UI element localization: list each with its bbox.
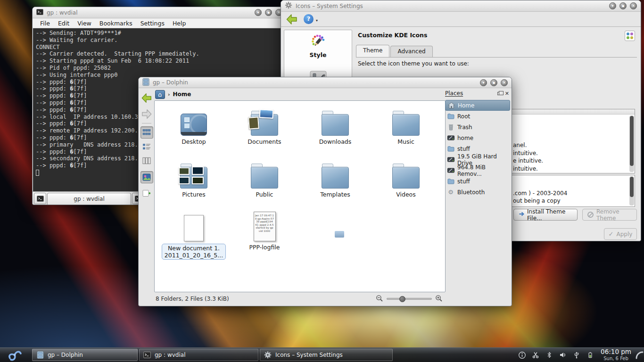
zoom-slider-thumb[interactable]	[399, 296, 405, 302]
close-panel-icon[interactable]: ✕	[505, 90, 509, 97]
places-item-trash[interactable]: Trash	[445, 122, 510, 132]
description-scrollbar[interactable]	[629, 176, 634, 206]
file-item-new-document-1[interactable]: New document 1.2011_01_20_16_5...	[158, 209, 229, 266]
settings-titlebar[interactable]: Icons – System Settings ▾ ▪ ✕	[281, 0, 641, 12]
install-theme-button[interactable]: Install Theme File...	[513, 209, 578, 221]
install-theme-label: Install Theme File...	[527, 208, 572, 222]
tab-divider	[356, 57, 637, 58]
zoom-slider[interactable]	[387, 298, 432, 300]
new-tab-button[interactable]	[34, 193, 46, 204]
back-arrow-icon[interactable]	[285, 13, 299, 25]
places-item-root[interactable]: Root	[445, 111, 510, 122]
help-icon[interactable]: ?	[304, 14, 314, 24]
klipper-icon[interactable]	[531, 351, 540, 359]
dolphin-minimize-button[interactable]: ▾	[480, 79, 487, 86]
terminal-menu-file[interactable]: File	[40, 20, 50, 27]
icons-view-button[interactable]	[140, 126, 153, 139]
settings-close-button[interactable]: ✕	[630, 2, 637, 9]
clock-widget[interactable]: 06:10 pm Sun, 6 Feb	[601, 348, 631, 361]
detach-panel-icon[interactable]	[497, 92, 501, 95]
apply-button[interactable]: ✓ Apply	[604, 228, 637, 240]
usb-icon[interactable]	[572, 351, 581, 359]
sidebar-item-label: Style	[284, 51, 352, 58]
folder-item-downloads[interactable]: Downloads	[300, 104, 371, 156]
folder-item-public[interactable]: Public	[229, 156, 300, 209]
columns-view-button[interactable]	[140, 155, 153, 167]
folder-item-desktop[interactable]: Desktop	[158, 104, 229, 156]
zoom-in-icon[interactable]	[435, 295, 443, 304]
bluetooth-icon[interactable]	[545, 351, 553, 359]
terminal-menu-view[interactable]: View	[77, 20, 91, 27]
preview-toggle-button[interactable]	[140, 171, 153, 183]
split-view-button[interactable]	[140, 187, 153, 199]
terminal-line: --> Waiting for carrier.	[36, 37, 283, 44]
taskbar-task-gp-wvdial[interactable]: gp : wvdial	[139, 349, 258, 361]
folder-item-music[interactable]: Music	[371, 104, 441, 156]
zoom-out-icon[interactable]	[376, 295, 383, 304]
places-title: Places	[445, 90, 463, 97]
panel-cashew-icon[interactable]	[635, 348, 644, 362]
terminal-line: CONNECT	[36, 44, 283, 51]
terminal-menu-bookmarks[interactable]: Bookmarks	[99, 20, 132, 27]
folder-item-documents[interactable]: Documents	[229, 104, 300, 156]
places-item-label: home	[457, 135, 473, 141]
tab-advanced[interactable]: Advanced	[390, 46, 432, 57]
settings-maximize-button[interactable]: ▪	[619, 2, 627, 9]
desktop: gp : wvdial ▾ ▪ ✕ FileEditViewBookmarksS…	[0, 0, 644, 362]
settings-toolbar: ?	[281, 12, 641, 27]
details-view-button[interactable]	[140, 140, 153, 153]
back-button[interactable]	[140, 92, 153, 104]
remove-theme-button[interactable]: Remove Theme	[582, 209, 637, 221]
gear-icon	[264, 351, 272, 359]
places-item-964-8-mib-remov[interactable]: 964.8 MiB Remov...	[445, 165, 510, 176]
theme-list-line: intuitive.	[513, 165, 543, 173]
taskbar-task-icons-system-settings[interactable]: Icons – System Settings	[260, 349, 393, 361]
settings-minimize-button[interactable]: ▾	[609, 2, 616, 9]
places-panel: Places ✕ HomeRootTrashhomestuff19.5 GiB …	[445, 89, 510, 304]
breadcrumb-home-icon[interactable]: ⌂	[155, 90, 165, 99]
drive-icon	[447, 167, 454, 174]
terminal-menu-settings[interactable]: Settings	[140, 20, 165, 27]
tab-theme[interactable]: Theme	[356, 45, 389, 57]
task-label: gp – Dolphin	[48, 352, 83, 358]
breadcrumb-location[interactable]: Home	[173, 91, 191, 98]
folder-photos-icon	[180, 167, 207, 189]
folder-item-pictures[interactable]: Pictures	[158, 156, 229, 209]
folder-item-label: Music	[397, 138, 414, 145]
gear-icon: ⚙	[447, 189, 454, 196]
volume-icon[interactable]	[559, 351, 567, 359]
dolphin-window-title: gp – Dolphin	[153, 79, 188, 86]
dolphin-titlebar[interactable]: gp – Dolphin ▾ ▪ ✕	[139, 77, 512, 88]
icon-sizes-icon[interactable]	[625, 31, 635, 41]
dolphin-maximize-button[interactable]: ▪	[490, 79, 497, 86]
terminal-menu-edit[interactable]: Edit	[58, 20, 69, 27]
dolphin-side-toolbar	[139, 89, 154, 292]
info-icon[interactable]	[518, 351, 526, 359]
theme-list-scrollbar[interactable]	[629, 115, 634, 172]
terminal-window-title: gp : wvdial	[47, 9, 77, 16]
folder-icon	[447, 178, 454, 185]
status-text: 8 Folders, 2 Files (3.3 KiB)	[154, 296, 229, 302]
terminal-minimize-button[interactable]: ▾	[255, 9, 262, 16]
dolphin-close-button[interactable]: ✕	[501, 79, 508, 86]
places-item-bluetooth[interactable]: ⚙Bluetooth	[445, 187, 510, 197]
folder-item-templates[interactable]: Templates	[300, 156, 371, 209]
places-item-stuff[interactable]: stuff	[445, 176, 510, 187]
places-item-home[interactable]: Home	[445, 100, 510, 111]
terminal-menubar: FileEditViewBookmarksSettingsHelp	[33, 18, 286, 28]
app-launcher-icon[interactable]	[0, 348, 29, 362]
terminal-tab[interactable]: gp : wvdial	[47, 193, 131, 205]
gear-icon	[285, 1, 292, 10]
terminal-menu-help[interactable]: Help	[173, 20, 186, 27]
terminal-maximize-button[interactable]: ▪	[265, 9, 272, 16]
settings-window-title: Icons – System Settings	[296, 3, 363, 9]
folder-item-videos[interactable]: Videos	[371, 156, 441, 209]
battery-icon[interactable]	[586, 351, 594, 359]
folder-view[interactable]: DesktopDocumentsDownloadsMusicPicturesPu…	[154, 100, 446, 292]
terminal-titlebar[interactable]: gp : wvdial ▾ ▪ ✕	[33, 7, 286, 18]
taskbar-task-gp-dolphin[interactable]: gp – Dolphin	[32, 349, 138, 361]
file-item-ppp-logfile[interactable]: Jan 17 09:47:18 gp-Aspire-5738 pppd[1946…	[229, 209, 300, 266]
places-item-home[interactable]: home	[445, 132, 510, 143]
forward-button[interactable]	[140, 108, 153, 120]
sidebar-item-style[interactable]: Style	[284, 30, 352, 58]
